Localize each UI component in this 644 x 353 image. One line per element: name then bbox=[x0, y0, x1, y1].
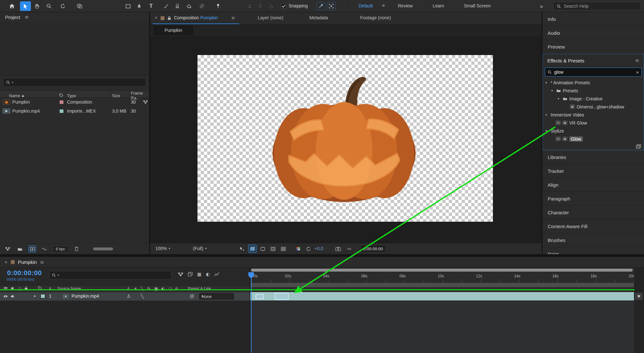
close-icon[interactable]: × bbox=[155, 15, 157, 20]
project-flowchart-icon[interactable] bbox=[4, 246, 12, 253]
label-swatch[interactable] bbox=[59, 109, 64, 113]
panel-tab-audio[interactable]: Audio bbox=[543, 26, 644, 40]
layer-label-swatch[interactable] bbox=[41, 294, 45, 298]
panel-tab-preview[interactable]: Preview bbox=[543, 40, 644, 54]
clone-stamp-tool-icon[interactable] bbox=[172, 1, 183, 11]
tree-item-image-creative[interactable]: ▾ Image - Creative bbox=[543, 95, 644, 103]
timeline-search-input[interactable]: ▾ bbox=[49, 271, 171, 279]
pick-whip-icon[interactable]: @ bbox=[190, 293, 194, 299]
hand-tool-icon[interactable] bbox=[32, 1, 43, 11]
chevron-down-icon[interactable]: ▾ bbox=[545, 129, 549, 133]
preview-timecode[interactable]: 0:00:00:00 bbox=[360, 245, 386, 252]
workspace-small-screen[interactable]: Small Screen bbox=[464, 3, 491, 8]
graph-editor-icon[interactable] bbox=[214, 272, 219, 277]
panel-tab-tracker[interactable]: Tracker bbox=[543, 164, 644, 178]
help-search-input[interactable]: Search Help bbox=[553, 2, 641, 10]
workspace-overflow-chevrons[interactable]: » bbox=[540, 3, 543, 10]
composition-canvas-transparency-grid[interactable] bbox=[197, 55, 493, 222]
panel-tab-paragraph[interactable]: Paragraph bbox=[543, 192, 644, 206]
tab-composition[interactable]: Composition Pumpkin bbox=[174, 15, 218, 20]
composition-breadcrumb-button[interactable]: Pumpkin bbox=[154, 26, 193, 35]
draft-3d-icon[interactable] bbox=[188, 272, 193, 277]
panel-tab-align[interactable]: Align bbox=[543, 178, 644, 192]
panel-tab-libraries[interactable]: Libraries bbox=[543, 150, 644, 164]
time-ruler[interactable]: 0s 02s 04s 06s 08s 10s 12s 14s 16s 18s 2… bbox=[250, 272, 634, 283]
timeline-zoom-navigator[interactable] bbox=[251, 269, 633, 272]
tree-item-vr-glow[interactable]: 32 ▦ VR Glow bbox=[543, 119, 644, 127]
column-name[interactable]: Name ▲ bbox=[0, 91, 58, 100]
color-depth-icon[interactable] bbox=[41, 246, 48, 253]
expand-layer-icon[interactable]: ▸ bbox=[34, 294, 36, 298]
panel-menu-icon[interactable]: ≡ bbox=[40, 259, 44, 265]
new-folder-icon[interactable] bbox=[16, 246, 24, 253]
workspace-review[interactable]: Review bbox=[398, 3, 413, 8]
tree-item-presets[interactable]: ▾ Presets bbox=[543, 87, 644, 95]
snapping-checkbox[interactable] bbox=[281, 4, 286, 9]
panel-tab-character[interactable]: Character bbox=[543, 206, 644, 219]
tree-item-dimensions-glow-shadow[interactable]: ▦ Dimensi...glow+shadow bbox=[543, 103, 644, 111]
tab-metadata[interactable]: Metadata bbox=[309, 15, 328, 20]
region-of-interest-icon[interactable] bbox=[238, 245, 246, 253]
project-panel-title[interactable]: Project bbox=[5, 14, 20, 20]
channel-flower-icon[interactable] bbox=[294, 245, 303, 253]
panel-tab-paint[interactable]: Paint bbox=[543, 247, 644, 254]
panel-menu-icon[interactable]: ≡ bbox=[25, 14, 29, 20]
quality-switch-icon[interactable]: ╲ bbox=[141, 293, 143, 299]
close-icon[interactable]: × bbox=[5, 259, 7, 265]
bpc-button[interactable]: 8 bpc bbox=[53, 246, 68, 252]
chevron-down-icon[interactable]: ▾ bbox=[558, 97, 561, 100]
rectangle-tool-icon[interactable] bbox=[122, 1, 133, 11]
panel-menu-icon[interactable]: ≡ bbox=[231, 15, 235, 20]
anchor-switch-icon[interactable]: ♙ bbox=[127, 293, 131, 299]
clear-search-icon[interactable]: × bbox=[636, 70, 639, 75]
puppet-pin-tool-icon[interactable] bbox=[213, 1, 224, 11]
transparency-grid-toggle-icon[interactable] bbox=[248, 245, 257, 253]
label-swatch[interactable] bbox=[59, 100, 64, 104]
column-frame-rate[interactable]: Frame Ra.. bbox=[130, 91, 149, 100]
brush-tool-icon[interactable] bbox=[160, 1, 171, 11]
chevron-down-icon[interactable]: ▾ bbox=[551, 89, 554, 92]
current-timecode[interactable]: 0:00:00:00 bbox=[7, 269, 42, 277]
project-row-footage[interactable]: Pumpkin.mp4 Importe...MEX 3,0 MB 30 bbox=[0, 107, 149, 116]
audio-icon[interactable] bbox=[11, 294, 15, 298]
snapshot-camera-icon[interactable] bbox=[334, 245, 342, 253]
pan-behind-tool-icon[interactable] bbox=[74, 1, 85, 11]
comp-marker-bin-icon[interactable] bbox=[635, 293, 642, 300]
guides-frame-icon[interactable] bbox=[269, 245, 277, 253]
frame-blending-icon[interactable]: ▦ bbox=[197, 272, 201, 277]
layer-name[interactable]: Pumpkin.mp4 bbox=[72, 293, 99, 299]
column-size[interactable]: Size bbox=[111, 91, 130, 100]
timeline-panel-divider[interactable] bbox=[250, 268, 250, 353]
workspace-menu-icon[interactable]: ≡ bbox=[382, 3, 385, 8]
parent-dropdown[interactable]: None ▾ bbox=[199, 293, 234, 300]
reset-exposure-icon[interactable] bbox=[304, 245, 313, 253]
tree-item-stylize[interactable]: ▾ Stylize bbox=[543, 127, 644, 135]
chevron-down-icon[interactable]: ▾ bbox=[545, 113, 549, 116]
tab-layer[interactable]: Layer (none) bbox=[258, 15, 283, 20]
work-area-bar[interactable] bbox=[250, 283, 634, 287]
project-search-input[interactable]: ▾ bbox=[3, 78, 146, 87]
zoom-tool-icon[interactable] bbox=[43, 1, 54, 11]
type-tool-icon[interactable]: T bbox=[146, 1, 157, 11]
resolution-dropdown[interactable]: (Full)▾ bbox=[193, 246, 207, 251]
panel-tab-info[interactable]: Info bbox=[543, 12, 644, 26]
eraser-tool-icon[interactable] bbox=[184, 1, 195, 11]
tree-item-animation-presets[interactable]: ▾ * Animation Presets bbox=[543, 79, 644, 87]
panel-tab-brushes[interactable]: Brushes bbox=[543, 233, 644, 247]
exposure-offset-value[interactable]: +0,0 bbox=[314, 246, 323, 251]
eye-icon[interactable] bbox=[3, 295, 8, 298]
trash-icon[interactable] bbox=[72, 246, 80, 253]
motion-blur-icon[interactable]: ◐ bbox=[206, 272, 210, 277]
mini-flowchart-icon[interactable] bbox=[178, 272, 183, 277]
chevron-down-icon[interactable]: ▾ bbox=[545, 81, 549, 84]
tab-footage[interactable]: Footage (none) bbox=[360, 15, 391, 20]
layer-row[interactable]: ▸ 1 Pumpkin.mp4 ♙ ╲ @ None ▾ bbox=[0, 292, 250, 301]
effects-panel-header[interactable]: Effects & Presets ≡ bbox=[543, 54, 644, 67]
timeline-tab-composition[interactable]: Pumpkin bbox=[18, 259, 37, 265]
column-label[interactable] bbox=[58, 91, 66, 100]
magnification-dropdown[interactable]: 100%▾ bbox=[155, 246, 170, 251]
new-composition-icon[interactable] bbox=[28, 246, 36, 253]
workspace-default[interactable]: Default bbox=[359, 3, 373, 8]
snap-option-2-icon[interactable] bbox=[327, 2, 335, 10]
grid-options-icon[interactable] bbox=[279, 245, 288, 253]
